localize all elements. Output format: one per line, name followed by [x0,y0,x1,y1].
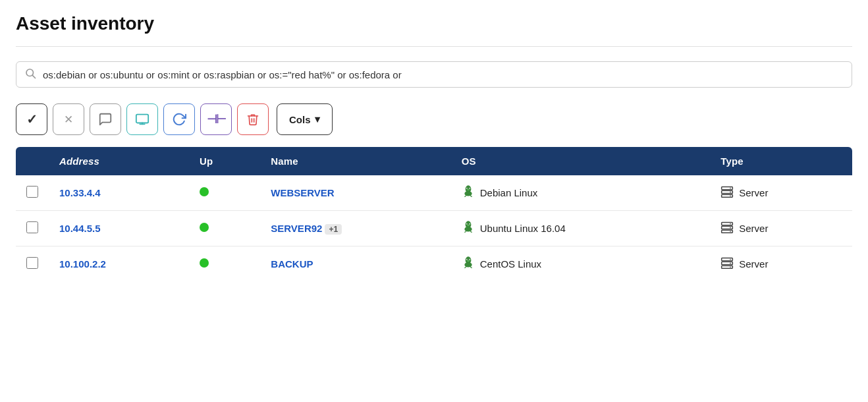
os-text: Ubuntu Linux 16.04 [480,223,566,234]
row-name: BACKUP [260,246,450,282]
svg-line-1 [32,75,35,78]
row-status [189,211,260,246]
svg-point-22 [466,223,467,224]
refresh-button[interactable] [163,103,195,135]
row-os: Debian Linux [451,175,711,211]
delete-button[interactable] [237,103,269,135]
row-checkbox[interactable] [26,186,38,198]
svg-rect-38 [722,258,733,260]
search-bar [16,61,852,88]
status-dot-green [200,223,209,232]
svg-point-17 [730,195,731,196]
row-status [189,246,260,282]
row-os: Ubuntu Linux 16.04 [451,211,711,246]
page-title: Asset inventory [16,13,852,34]
header-checkbox-col [16,147,49,175]
svg-point-36 [469,259,470,260]
toolbar: ✓ ✕ ⊣⊢ Cols ▾ [16,103,852,135]
name-link[interactable]: WEBSERVER [271,187,334,198]
svg-point-28 [730,223,731,224]
svg-point-11 [467,189,470,191]
svg-point-42 [730,262,731,264]
svg-rect-12 [722,187,733,189]
check-button[interactable]: ✓ [16,103,47,135]
svg-point-6 [464,191,472,196]
svg-point-23 [469,223,470,224]
screen-button[interactable] [126,103,158,135]
svg-point-37 [467,260,470,262]
server-icon [720,256,734,272]
cols-label: Cols [289,114,311,125]
type-text: Server [739,223,768,234]
svg-point-19 [464,227,472,232]
search-icon [24,67,36,82]
row-address: 10.44.5.5 [49,211,189,246]
linux-icon [462,220,475,237]
row-name: SERVER92+1 [260,211,450,246]
table-row: 10.33.4.4WEBSERVER Debian Linux Server [16,175,852,211]
cancel-button[interactable]: ✕ [53,103,84,135]
table-row: 10.100.2.2BACKUP CentOS Linux Server [16,246,852,282]
svg-point-16 [730,191,731,192]
svg-point-41 [730,258,731,260]
svg-rect-39 [722,262,733,264]
row-checkbox[interactable] [26,257,38,269]
comment-button[interactable] [90,103,121,135]
os-text: CentOS Linux [480,258,541,270]
address-link[interactable]: 10.33.4.4 [59,187,101,198]
type-text: Server [739,187,768,198]
svg-point-29 [730,227,731,228]
row-type: Server [710,246,852,282]
svg-point-24 [467,225,470,227]
row-type: Server [710,175,852,211]
name-link[interactable]: SERVER92 [271,223,322,234]
cols-arrow-icon: ▾ [315,113,320,125]
server-icon [720,185,734,201]
type-text: Server [739,258,768,270]
section-divider [16,46,852,47]
row-checkbox-cell [16,246,49,282]
svg-rect-27 [722,230,733,233]
svg-point-9 [466,188,467,188]
row-checkbox[interactable] [26,221,38,233]
status-dot-green [200,258,209,268]
asset-table: Address Up Name OS Type 10.33.4.4WEBSERV… [16,147,852,281]
linux-icon [462,185,475,201]
row-checkbox-cell [16,175,49,211]
os-text: Debian Linux [480,187,538,198]
svg-rect-26 [722,226,733,229]
linux-icon [462,256,475,272]
table-header-row: Address Up Name OS Type [16,147,852,175]
svg-rect-2 [136,115,148,123]
svg-point-15 [730,187,731,188]
row-type: Server [710,211,852,246]
table-row: 10.44.5.5SERVER92+1 Ubuntu Linux 16.04 S… [16,211,852,246]
svg-point-30 [730,231,731,232]
name-badge: +1 [325,224,342,235]
svg-point-43 [730,266,731,268]
header-address: Address [49,147,189,175]
search-input[interactable] [43,69,844,80]
svg-rect-25 [722,222,733,225]
address-link[interactable]: 10.100.2.2 [59,258,106,270]
svg-point-35 [466,259,467,260]
row-address: 10.100.2.2 [49,246,189,282]
row-checkbox-cell [16,211,49,246]
address-link[interactable]: 10.44.5.5 [59,223,101,234]
split-button[interactable]: ⊣⊢ [200,103,232,135]
row-os: CentOS Linux [451,246,711,282]
header-up: Up [189,147,260,175]
status-dot-green [200,187,209,196]
svg-rect-13 [722,190,733,193]
cols-button[interactable]: Cols ▾ [277,103,333,135]
header-type: Type [710,147,852,175]
row-name: WEBSERVER [260,175,450,211]
name-link[interactable]: BACKUP [271,258,313,270]
header-name: Name [260,147,450,175]
row-status [189,175,260,211]
svg-point-32 [464,262,472,268]
header-os: OS [451,147,711,175]
row-address: 10.33.4.4 [49,175,189,211]
svg-rect-14 [722,194,733,197]
server-icon [720,221,734,237]
